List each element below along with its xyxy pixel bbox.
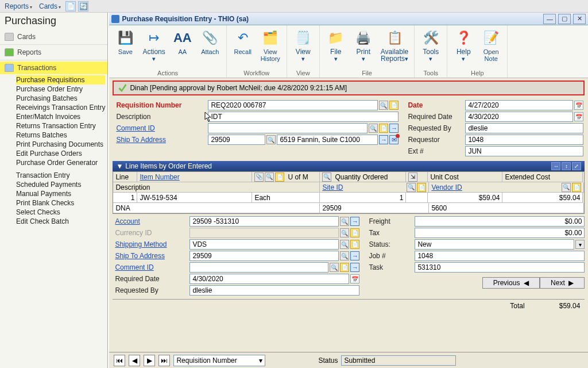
required-date-field-d[interactable]: 4/30/2020 bbox=[189, 274, 349, 284]
col-uofm[interactable]: 📎🔍📄U of M bbox=[252, 172, 320, 182]
open-note-button[interactable]: 📝Open Note bbox=[478, 28, 504, 63]
calendar-icon[interactable]: 📅 bbox=[574, 101, 583, 110]
grid-tool-3[interactable]: ⤢ bbox=[572, 162, 581, 170]
lookup-icon[interactable]: 🔍 bbox=[266, 135, 276, 144]
shipping-method-label[interactable]: Shipping Method bbox=[113, 239, 187, 250]
help-button[interactable]: ❓Help▾ bbox=[451, 28, 476, 63]
col-ext[interactable]: Extended Cost bbox=[502, 172, 583, 182]
view-history-button[interactable]: 🗂️View History bbox=[258, 28, 283, 63]
cell-line[interactable]: 1 bbox=[113, 193, 137, 203]
nav-item[interactable]: Purchasing Batches bbox=[16, 94, 105, 103]
cell-unit[interactable]: $59.04 bbox=[428, 193, 502, 203]
nav-item[interactable]: Manual Payments bbox=[16, 189, 105, 198]
nav-item[interactable]: Print Blank Checks bbox=[16, 198, 105, 208]
nav-item[interactable]: Transaction Entry bbox=[16, 171, 105, 180]
expand-icon[interactable]: → bbox=[350, 251, 359, 260]
nav-item[interactable]: Returns Transaction Entry bbox=[16, 121, 105, 131]
nav-group-reports[interactable]: Reports bbox=[0, 46, 107, 59]
lookup-icon[interactable]: 🔍 bbox=[340, 228, 349, 237]
calendar-icon[interactable]: 📅 bbox=[350, 274, 359, 283]
required-date-field[interactable]: 4/30/2020 bbox=[465, 112, 573, 122]
last-record-button[interactable]: ⏭ bbox=[158, 355, 170, 366]
maximize-button[interactable]: ▢ bbox=[558, 14, 571, 24]
recall-button[interactable]: ↶Recall bbox=[230, 28, 256, 56]
note-icon[interactable]: 📄 bbox=[389, 101, 399, 110]
status-field[interactable]: New bbox=[415, 239, 574, 250]
available-reports-button[interactable]: 📋Available Reports▾ bbox=[378, 28, 411, 63]
menu-reports[interactable]: Reports▾ bbox=[2, 1, 34, 12]
attach-button[interactable]: 📎Attach bbox=[198, 28, 223, 56]
cell-qty[interactable]: 1 bbox=[320, 193, 406, 203]
col-item[interactable]: Item Number bbox=[137, 172, 252, 182]
requested-by-field-d[interactable]: dleslie bbox=[189, 285, 359, 296]
dropdown-icon[interactable]: ▾ bbox=[575, 240, 585, 249]
nav-item[interactable]: Edit Check Batch bbox=[16, 217, 105, 226]
requestor-field[interactable]: 1048 bbox=[465, 135, 583, 145]
menu-cards[interactable]: Cards▾ bbox=[37, 1, 63, 12]
col-line[interactable]: Line bbox=[113, 172, 137, 182]
date-field[interactable]: 4/27/2020 bbox=[465, 100, 573, 110]
nav-item[interactable]: Purchase Order Entry bbox=[16, 85, 105, 94]
grid-tool-1[interactable]: ↔ bbox=[551, 162, 560, 170]
calendar-icon[interactable]: 📅 bbox=[574, 112, 583, 121]
expand-icon[interactable]: → bbox=[350, 263, 359, 272]
nav-item[interactable]: Select Checks bbox=[16, 208, 105, 217]
lookup-icon[interactable]: 🔍 bbox=[330, 263, 339, 272]
menu-tool-1[interactable]: 📄 bbox=[65, 1, 76, 12]
description-field[interactable]: IDT bbox=[208, 112, 399, 122]
ship-to-field[interactable]: 29509 bbox=[208, 135, 265, 145]
lookup-icon[interactable]: 🔍 bbox=[379, 101, 388, 110]
ext-field[interactable]: JUN bbox=[465, 146, 583, 156]
cell-uofm[interactable]: Each bbox=[252, 193, 320, 203]
nav-item[interactable]: Edit Purchase Orders bbox=[16, 149, 105, 158]
aa-button[interactable]: AAAA bbox=[170, 28, 195, 56]
comment-id-field-d[interactable] bbox=[189, 262, 328, 273]
note-icon[interactable]: 📄 bbox=[275, 172, 284, 182]
task-field[interactable]: 531310 bbox=[415, 262, 585, 273]
nav-item[interactable]: Enter/Match Invoices bbox=[16, 112, 105, 121]
lookup-icon[interactable]: 🔍 bbox=[562, 183, 571, 192]
lookup-icon[interactable]: 🔍 bbox=[265, 172, 274, 182]
freight-field[interactable]: $0.00 bbox=[415, 216, 585, 227]
view-button[interactable]: 🗒️View▾ bbox=[291, 28, 316, 63]
account-field[interactable]: 29509 -531310 bbox=[189, 216, 339, 227]
shipping-method-field[interactable]: VDS bbox=[189, 239, 339, 250]
file-button[interactable]: 📁File▾ bbox=[323, 28, 349, 63]
lookup-icon[interactable]: 🔍 bbox=[407, 183, 416, 192]
cell-ext[interactable]: $59.04 bbox=[502, 193, 583, 203]
note-icon[interactable]: 📄 bbox=[417, 183, 426, 192]
sort-by-select[interactable]: Requisition Number▾ bbox=[173, 355, 265, 366]
note-icon[interactable]: 📄 bbox=[350, 240, 359, 249]
next-record-button[interactable]: ▶ bbox=[144, 355, 155, 366]
minimize-button[interactable]: — bbox=[543, 14, 556, 24]
lookup-icon[interactable]: 🔍 bbox=[322, 172, 331, 182]
expand-icon[interactable]: ⇲ bbox=[408, 172, 417, 182]
lookup-icon[interactable]: 🔍 bbox=[340, 240, 349, 249]
menu-tool-2[interactable]: 🔄 bbox=[78, 1, 88, 12]
ship-to-field-d[interactable]: 29509 bbox=[189, 251, 339, 261]
next-button[interactable]: Next ▶ bbox=[540, 277, 585, 289]
nav-item[interactable]: Scheduled Payments bbox=[16, 180, 105, 189]
save-button[interactable]: 💾Save bbox=[113, 28, 138, 56]
note-icon[interactable]: 📄 bbox=[340, 263, 349, 272]
requisition-number-field[interactable]: REQ2020 006787 bbox=[208, 100, 378, 110]
requested-by-field[interactable]: dleslie bbox=[465, 123, 583, 133]
previous-button[interactable]: Previous ◀ bbox=[482, 277, 540, 289]
lookup-icon[interactable]: 🔍 bbox=[340, 217, 349, 226]
comment-id-field[interactable] bbox=[208, 123, 368, 133]
cell-item[interactable]: JW-519-534 bbox=[137, 193, 252, 203]
note-icon[interactable]: 📄 bbox=[572, 183, 581, 192]
prev-record-button[interactable]: ◀ bbox=[129, 355, 140, 366]
expand-icon[interactable]: → bbox=[379, 135, 388, 144]
account-label[interactable]: Account bbox=[113, 216, 187, 227]
nav-item[interactable]: Print Purchasing Documents bbox=[16, 140, 105, 149]
comment-id-label-d[interactable]: Comment ID bbox=[113, 262, 187, 273]
nav-item-purchase-requisitions[interactable]: Purchase Requisitions bbox=[16, 75, 105, 85]
first-record-button[interactable]: ⏮ bbox=[114, 355, 125, 366]
cell-vendor[interactable]: 5600 bbox=[429, 203, 584, 213]
note-icon[interactable]: 📄 bbox=[379, 124, 388, 133]
lookup-icon[interactable]: 🔍 bbox=[340, 251, 349, 260]
actions-button[interactable]: ↦Actions▾ bbox=[140, 28, 167, 63]
nav-group-cards[interactable]: Cards bbox=[0, 30, 107, 43]
print-button[interactable]: 🖨️Print▾ bbox=[351, 28, 376, 63]
